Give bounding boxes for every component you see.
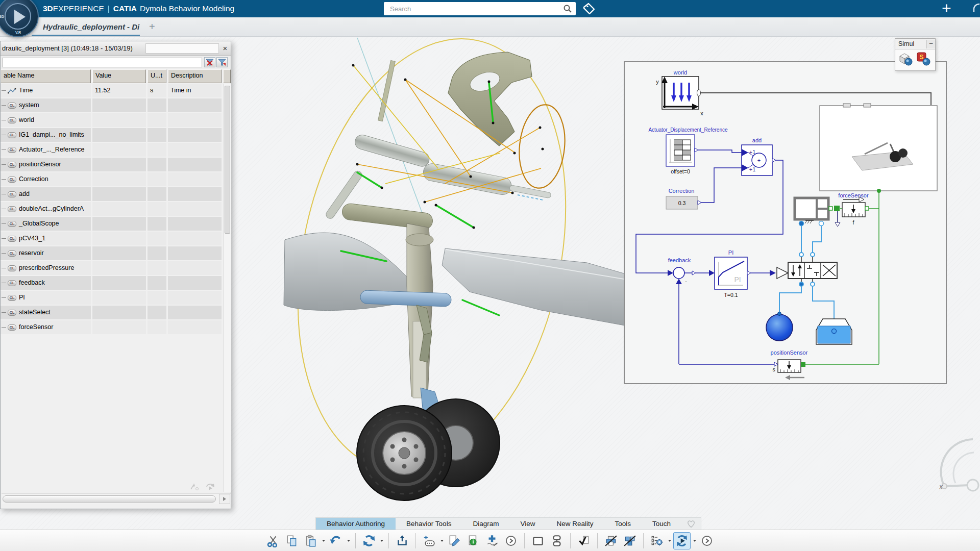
search-input[interactable] xyxy=(384,5,563,13)
actuator-reference-block[interactable] xyxy=(666,135,698,166)
undo-dropdown[interactable] xyxy=(346,532,351,549)
add-content-button[interactable]: + xyxy=(942,0,951,18)
modelica-diagram-panel[interactable]: world y x Actuator_Displacement_Referenc… xyxy=(624,61,947,384)
table-row[interactable]: CLreservoir xyxy=(1,246,232,261)
world-block[interactable] xyxy=(662,77,701,110)
hydraulic-cylinder-block[interactable] xyxy=(795,198,828,226)
table-row[interactable]: CLIG1_dampi..._no_limits xyxy=(1,128,232,143)
tree-branch xyxy=(2,283,6,283)
reservoir-tank-block[interactable] xyxy=(816,319,852,344)
more-behavior-button[interactable] xyxy=(502,532,520,549)
document-tab-active[interactable]: Hydraulic_deployment - Di xyxy=(43,17,139,37)
behavior-info-button[interactable] xyxy=(464,532,482,549)
table-row[interactable]: CLpCV43_1 xyxy=(1,232,232,246)
variable-value xyxy=(92,128,146,142)
table-row[interactable]: CLCorrection xyxy=(1,172,232,187)
paste-dropdown[interactable] xyxy=(321,532,326,549)
paste-button[interactable] xyxy=(302,532,320,549)
table-row[interactable]: CLadd xyxy=(1,187,232,202)
view-manipulation-compass[interactable]: x xyxy=(937,436,980,495)
settings-dropdown[interactable] xyxy=(667,532,672,549)
3d-model-frame[interactable] xyxy=(820,104,937,191)
new-behavior-dropdown[interactable] xyxy=(439,532,444,549)
edit-behavior-button[interactable] xyxy=(446,532,463,549)
undo-button[interactable] xyxy=(327,532,345,549)
new-document-tab-button[interactable]: + xyxy=(149,17,155,37)
new-behavior-button[interactable] xyxy=(421,532,438,549)
tag-icon[interactable] xyxy=(582,2,596,16)
simulation-window[interactable]: Simul – S xyxy=(895,38,936,71)
table-row[interactable]: CLworld xyxy=(1,113,232,128)
column-header-description[interactable]: Description xyxy=(168,69,222,83)
table-row[interactable]: CLfeedback xyxy=(1,276,232,291)
scrollbar-thumb[interactable] xyxy=(225,86,230,234)
brand-divider: | xyxy=(108,4,110,13)
table-row[interactable]: CLforceSensor xyxy=(1,320,232,335)
favorites-heart-icon[interactable] xyxy=(687,520,696,528)
clear-filter-button[interactable] xyxy=(204,57,215,67)
simulate-button[interactable] xyxy=(673,532,691,549)
close-panel-button[interactable]: × xyxy=(220,43,230,54)
copy-button[interactable] xyxy=(283,532,301,549)
column-header-value[interactable]: Value xyxy=(92,69,146,83)
table-row[interactable]: CLsystem xyxy=(1,98,232,113)
simulation-run-icon[interactable]: S xyxy=(916,52,931,66)
tab-touch[interactable]: Touch xyxy=(642,518,681,530)
tab-behavior-authoring[interactable]: Behavior Authoring xyxy=(316,518,396,530)
table-row[interactable]: CLprescribedPressure xyxy=(1,261,232,276)
simulation-model-icon[interactable] xyxy=(898,52,913,66)
update-button[interactable] xyxy=(360,532,378,549)
directional-valve-block[interactable] xyxy=(777,253,837,286)
share-button[interactable] xyxy=(394,532,411,549)
minimize-button[interactable]: – xyxy=(926,40,935,48)
variable-browser-panel[interactable]: draulic_deployment [3] (10:49:18 - 15/03… xyxy=(0,41,231,509)
add-behavior-button[interactable] xyxy=(483,532,501,549)
gas-accumulator-block[interactable] xyxy=(766,312,793,341)
search-icon[interactable] xyxy=(563,4,572,13)
tab-new-reality[interactable]: New Reality xyxy=(546,518,604,530)
table-row[interactable]: CLstateSelect xyxy=(1,306,232,320)
update-dropdown[interactable] xyxy=(379,532,384,549)
no-3d-button[interactable] xyxy=(621,532,639,549)
vertical-scrollbar[interactable] xyxy=(223,84,231,492)
simulation-settings-button[interactable] xyxy=(648,532,666,549)
undo-icon xyxy=(329,534,342,547)
component-button[interactable] xyxy=(548,532,566,549)
more-tools-button[interactable] xyxy=(698,532,716,549)
tab-tools[interactable]: Tools xyxy=(604,518,642,530)
tab-diagram[interactable]: Diagram xyxy=(462,518,509,530)
feedback-block[interactable] xyxy=(673,267,715,279)
variable-description xyxy=(168,246,222,260)
frame-button[interactable] xyxy=(529,532,547,549)
table-row[interactable]: CLPI xyxy=(1,291,232,306)
variable-value xyxy=(92,291,146,305)
tab-view[interactable]: View xyxy=(509,518,546,530)
front-wheel[interactable] xyxy=(357,406,452,500)
table-row[interactable]: CLpositionSensor xyxy=(1,158,232,172)
tab-behavior-tools[interactable]: Behavior Tools xyxy=(396,518,462,530)
scroll-right-button[interactable] xyxy=(219,494,230,504)
retract-actuator[interactable] xyxy=(353,133,431,168)
filter-button[interactable] xyxy=(216,57,228,67)
simulate-dropdown[interactable] xyxy=(692,532,697,549)
column-header-unit[interactable]: U...t xyxy=(148,69,166,83)
table-row[interactable]: CL_GlobalScope xyxy=(1,217,232,232)
position-sensor-block[interactable] xyxy=(774,360,805,372)
cut-button[interactable] xyxy=(264,532,282,549)
filter-input[interactable] xyxy=(2,58,202,67)
pi-controller-block[interactable] xyxy=(715,257,751,289)
variable-value xyxy=(92,143,146,157)
refresh-tool-icon[interactable] xyxy=(205,482,216,491)
column-header-name[interactable]: able Name xyxy=(1,69,91,83)
force-sensor-block[interactable] xyxy=(842,197,869,217)
partial-toolbar-icon[interactable] xyxy=(971,2,980,15)
plot-tool-icon[interactable] xyxy=(189,482,201,491)
table-row[interactable]: CLActuator_..._Reference xyxy=(1,143,232,158)
horizontal-scrollbar[interactable] xyxy=(2,493,231,504)
table-row[interactable]: Time 11.52 s Time in xyxy=(1,84,232,98)
scrollbar-thumb[interactable] xyxy=(3,495,216,503)
check-model-button[interactable] xyxy=(575,532,593,549)
table-row[interactable]: CLdoubleAct...gCylinderA xyxy=(1,202,232,217)
search-bar[interactable] xyxy=(384,2,576,15)
no-print-button[interactable] xyxy=(602,532,620,549)
